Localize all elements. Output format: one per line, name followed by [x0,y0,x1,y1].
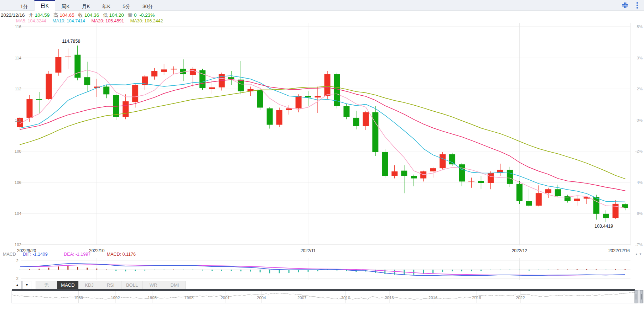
svg-text:2022: 2022 [516,296,525,300]
axis-labels-layer: 1165%1143%1122%1100%108-2%106-4%104-6%10… [15,25,643,253]
svg-text:2007: 2007 [297,296,307,300]
svg-text:2: 2 [16,259,19,263]
indicator-tab-rsi[interactable]: RSI [100,281,121,289]
ma-lines-layer [20,70,625,208]
svg-text:108: 108 [15,149,21,153]
macd-header: MACD DIF: -1.1409 DEA: -1.1997 MACD: 0.1… [3,252,136,257]
svg-text:2022/11: 2022/11 [301,248,316,253]
dea-line [20,265,625,275]
svg-text:-6%: -6% [635,211,643,216]
macd-bar-value: MACD: 0.1176 [107,252,136,257]
indicator-tab-macd[interactable]: MACD [57,281,79,289]
svg-text:-2: -2 [15,276,19,281]
high-annotation: 114.7858 [62,39,80,44]
svg-text:114: 114 [15,56,22,60]
macd-pane-layer: 2-2 [15,259,630,281]
svg-text:104: 104 [15,211,22,216]
macd-pane-label: MACD [3,252,16,257]
indicator-tab-wr[interactable]: WR [142,281,164,289]
low-annotation: 103.4419 [594,224,613,229]
svg-text:110: 110 [15,118,21,122]
pane-toggle-dots [610,254,632,254]
svg-text:2%: 2% [637,87,643,91]
svg-text:-4%: -4% [635,180,643,185]
svg-text:112: 112 [15,87,21,91]
pane-collapse-icon[interactable]: ▼ [639,253,642,256]
indicator-tab-boll[interactable]: BOLL [121,281,143,289]
ma-line-ma30 [20,86,625,179]
grid-layer [21,23,630,280]
macd-dif-value: DIF: -1.1409 [23,252,47,257]
svg-text:3%: 3% [637,56,643,60]
svg-text:0%: 0% [637,118,643,122]
ma-line-ma5 [20,70,625,208]
ma-line-ma20 [20,80,625,191]
kline-app: 1分 日K 周K 月K 年K 5分 30分 2022/12/16 开104.59… [0,0,644,313]
svg-text:5%: 5% [637,25,643,29]
indicator-tab-none[interactable]: 无 [36,281,57,289]
navigator-window[interactable] [637,290,640,303]
svg-text:-7%: -7% [635,243,643,247]
svg-text:102: 102 [15,243,21,247]
indicator-tab-bar: ▲ ▼ 无 MACD KDJ RSI BOLL WR DMI [0,281,644,290]
svg-text:1989: 1989 [74,296,83,300]
indicator-tab-dmi[interactable]: DMI [164,281,186,289]
candlestick-chart[interactable]: 1165%1143%1122%1100%108-2%106-4%104-6%10… [0,0,644,313]
indicator-tab-kdj[interactable]: KDJ [78,281,100,289]
svg-text:1995: 1995 [147,296,157,300]
indicator-down-button[interactable]: ▼ [22,281,31,289]
svg-text:116: 116 [15,25,21,29]
ma-line-ma10 [20,76,625,202]
macd-dea-value: DEA: -1.1997 [64,252,90,257]
svg-text:2016: 2016 [429,296,438,300]
indicator-up-button[interactable]: ▲ [13,281,22,289]
pane-expand-icon[interactable]: ▲ [635,253,638,256]
svg-text:2010: 2010 [341,296,350,300]
svg-text:2022/12: 2022/12 [512,248,528,253]
macd-pane-toggle: ▲ ▼ [610,252,643,256]
navigator-layer: 1989199219951998200120042007201020132016… [12,289,643,303]
candlestick-layer [17,46,628,222]
svg-text:2004: 2004 [257,296,266,300]
svg-text:-2%: -2% [635,149,643,153]
svg-text:106: 106 [15,180,21,185]
